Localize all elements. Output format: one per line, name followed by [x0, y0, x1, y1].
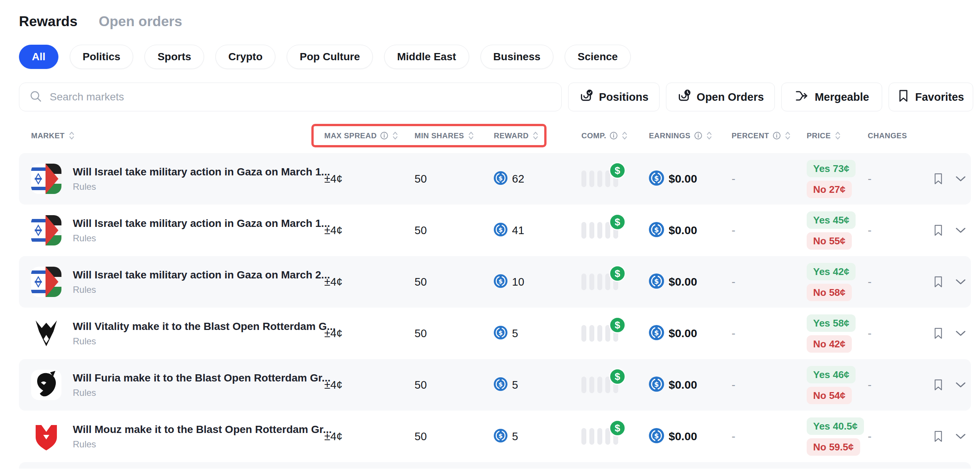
max-spread-value: ±4¢ — [324, 224, 415, 237]
mergeable-button[interactable]: Mergeable — [781, 82, 882, 111]
earnings-value: $0.00 — [669, 276, 697, 288]
dollar-badge-icon: $ — [609, 265, 626, 282]
header-market[interactable]: MARKET — [19, 130, 324, 141]
no-price-pill[interactable]: No 54¢ — [807, 387, 852, 404]
no-price-pill[interactable]: No 27¢ — [807, 181, 852, 198]
no-price-pill[interactable]: No 42¢ — [807, 335, 852, 353]
no-price-pill[interactable]: No 58¢ — [807, 284, 852, 301]
chevron-down-icon[interactable] — [955, 279, 966, 285]
rules-link[interactable]: Rules — [73, 233, 96, 244]
market-row[interactable]: Will Furia make it to the Blast Open Rot… — [19, 359, 971, 411]
info-icon[interactable] — [380, 131, 388, 140]
filter-pill-crypto[interactable]: Crypto — [215, 45, 275, 69]
sort-chevrons-icon — [706, 130, 713, 141]
market-title[interactable]: Will Israel take military action in Gaza… — [73, 217, 324, 230]
bookmark-icon[interactable] — [933, 224, 943, 237]
tab-rewards[interactable]: Rewards — [19, 14, 77, 30]
market-icon-israel-palestine-flags — [31, 215, 61, 246]
yes-price-pill[interactable]: Yes 46¢ — [807, 366, 856, 383]
bookmark-icon[interactable] — [933, 327, 943, 340]
header-earnings[interactable]: EARNINGS — [649, 130, 732, 141]
yes-price-pill[interactable]: Yes 73¢ — [807, 160, 856, 177]
info-icon[interactable] — [773, 131, 781, 140]
rules-link[interactable]: Rules — [73, 388, 96, 398]
rules-link[interactable]: Rules — [73, 439, 96, 450]
sort-chevrons-icon — [532, 130, 539, 141]
min-shares-value: 50 — [415, 379, 494, 391]
rules-link[interactable]: Rules — [73, 181, 96, 192]
bookmark-icon[interactable] — [933, 379, 943, 391]
usdc-coin-icon: $ — [649, 222, 664, 239]
header-max-spread[interactable]: MAX SPREAD — [324, 130, 415, 141]
filter-pill-pop-culture[interactable]: Pop Culture — [287, 45, 373, 69]
competitiveness-meter: $ — [581, 325, 618, 342]
filter-pill-science[interactable]: Science — [565, 45, 631, 69]
filter-pill-politics[interactable]: Politics — [70, 45, 134, 69]
percent-value: - — [732, 379, 807, 391]
market-title[interactable]: Will Mouz make it to the Blast Open Rott… — [73, 423, 324, 436]
bookmark-icon[interactable] — [933, 430, 943, 443]
usdc-coin-icon: $ — [649, 171, 664, 187]
sort-chevrons-icon — [784, 130, 791, 141]
header-reward[interactable]: REWARD — [494, 130, 581, 141]
market-title[interactable]: Will Israel take military action in Gaza… — [73, 269, 324, 281]
chevron-down-icon[interactable] — [955, 330, 966, 337]
header-min-shares[interactable]: MIN SHARES — [415, 130, 494, 141]
search-input[interactable] — [49, 90, 551, 103]
filter-pill-business[interactable]: Business — [480, 45, 554, 69]
rules-link[interactable]: Rules — [73, 336, 96, 347]
svg-text:$: $ — [654, 277, 659, 285]
market-title[interactable]: Will Furia make it to the Blast Open Rot… — [73, 372, 324, 384]
percent-value: - — [732, 327, 807, 340]
open-orders-button[interactable]: Open Orders — [666, 82, 775, 111]
chevron-down-icon[interactable] — [955, 227, 966, 234]
favorites-button[interactable]: Favorites — [889, 82, 973, 111]
header-comp[interactable]: COMP. — [581, 130, 649, 141]
chevron-down-icon[interactable] — [955, 176, 966, 182]
positions-button-label: Positions — [599, 91, 649, 103]
yes-price-pill[interactable]: Yes 40.5¢ — [807, 417, 864, 435]
dollar-badge-icon: $ — [609, 420, 626, 436]
header-percent[interactable]: PERCENT — [732, 130, 807, 141]
yes-price-pill[interactable]: Yes 58¢ — [807, 314, 856, 332]
svg-text:$: $ — [654, 174, 659, 182]
bookmark-icon — [898, 89, 909, 105]
chevron-down-icon[interactable] — [955, 382, 966, 388]
earnings-value: $0.00 — [669, 327, 697, 340]
market-title[interactable]: Will Vitality make it to the Blast Open … — [73, 320, 324, 333]
filter-pill-all[interactable]: All — [19, 45, 59, 69]
market-row[interactable]: Will Mouz make it to the Blast Open Rott… — [19, 411, 971, 462]
rules-link[interactable]: Rules — [73, 285, 96, 295]
market-row[interactable]: Will Israel take military action in Gaza… — [19, 204, 971, 256]
market-row[interactable]: Will Vitality make it to the Blast Open … — [19, 307, 971, 359]
no-price-pill[interactable]: No 59.5¢ — [807, 438, 860, 456]
market-title[interactable]: Will Israel take military action in Gaza… — [73, 166, 324, 178]
tab-open-orders[interactable]: Open orders — [99, 14, 182, 30]
bookmark-icon[interactable] — [933, 173, 943, 185]
percent-value: - — [732, 173, 807, 185]
market-row[interactable]: Will Israel take military action in Gaza… — [19, 153, 971, 204]
no-price-pill[interactable]: No 55¢ — [807, 232, 852, 250]
header-price[interactable]: PRICE — [807, 130, 868, 141]
yes-price-pill[interactable]: Yes 42¢ — [807, 263, 856, 280]
bookmark-icon[interactable] — [933, 276, 943, 288]
info-icon[interactable] — [694, 131, 702, 140]
svg-text:$: $ — [498, 329, 503, 336]
info-icon[interactable] — [609, 131, 618, 140]
usdc-coin-icon: $ — [494, 429, 508, 444]
reward-value: 10 — [512, 276, 524, 288]
dollar-badge-icon: $ — [609, 162, 626, 179]
filter-pill-middle-east[interactable]: Middle East — [384, 45, 469, 69]
min-shares-value: 50 — [415, 327, 494, 340]
min-shares-value: 50 — [415, 173, 494, 185]
positions-button[interactable]: Positions — [568, 82, 660, 111]
market-row[interactable]: Will Israel take military action in Gaza… — [19, 256, 971, 307]
yes-price-pill[interactable]: Yes 45¢ — [807, 211, 856, 229]
filter-pill-sports[interactable]: Sports — [145, 45, 204, 69]
chevron-down-icon[interactable] — [955, 433, 966, 440]
dollar-badge-icon: $ — [609, 368, 626, 385]
changes-value: - — [868, 379, 921, 391]
changes-value: - — [868, 430, 921, 443]
sort-chevrons-icon — [621, 130, 628, 141]
max-spread-value: ±4¢ — [324, 379, 415, 391]
